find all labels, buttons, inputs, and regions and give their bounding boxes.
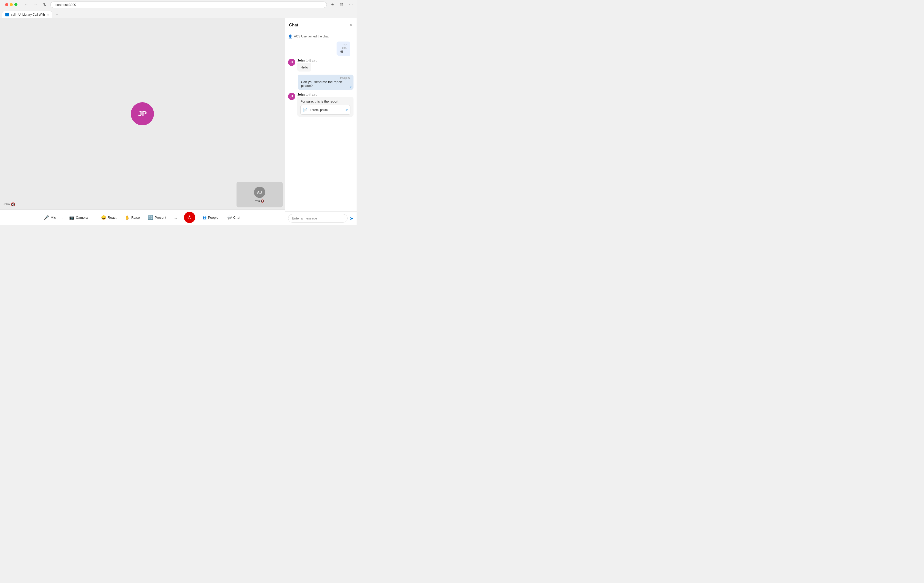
message-2-bubble: Hello: [297, 63, 311, 71]
raise-button[interactable]: ✋ Raise: [121, 213, 144, 222]
chat-input-area: ➤: [285, 211, 356, 225]
system-icon: 👤: [288, 35, 292, 38]
message-4-time: 1:44 p.m.: [306, 93, 317, 96]
address-bar[interactable]: localhost:3000: [50, 2, 327, 8]
participant-initials: JP: [138, 110, 147, 118]
react-button[interactable]: 😄 React: [97, 213, 120, 222]
tab-close-button[interactable]: ×: [47, 13, 49, 16]
message-4-attachment[interactable]: 📄 Lorem ipsum... ➚: [300, 105, 350, 115]
message-2-sender: John: [297, 59, 305, 62]
minimize-button[interactable]: [10, 3, 13, 6]
call-area: JP John 🔇 AU You 🔇 🎤: [0, 18, 285, 225]
chat-messages: 👤 ACS User joined the chat. 1:42 p.m. Hi…: [285, 31, 356, 211]
message-1-bubble: 1:42 p.m. Hi: [337, 41, 350, 56]
react-icon: 😄: [101, 215, 106, 220]
system-message-text: ACS User joined the chat.: [294, 35, 329, 38]
chat-label: Chat: [233, 216, 240, 219]
participant-name-text: John: [3, 203, 10, 206]
message-2-sender-row: John 1:43 p.m.: [297, 59, 353, 62]
raise-label: Raise: [131, 216, 140, 219]
end-call-icon: ✆: [188, 214, 191, 220]
chat-toolbar-icon: 💬: [228, 216, 232, 219]
browser-chrome: ← → ↻ localhost:3000 ★ ☷ ⋯ call - UI Lib…: [0, 0, 356, 18]
chat-button[interactable]: 💬 Chat: [223, 214, 244, 222]
camera-btn-group: 📷 Camera ⌄: [66, 213, 96, 222]
extensions-button[interactable]: ☷: [338, 1, 345, 8]
traffic-lights: [5, 3, 17, 6]
message-1-time: 1:42 p.m.: [340, 44, 347, 49]
message-2-avatar: JP: [288, 59, 295, 66]
camera-icon: 📷: [69, 215, 74, 220]
message-2-content: John 1:43 p.m. Hello: [297, 59, 353, 71]
system-message: 👤 ACS User joined the chat.: [288, 35, 353, 38]
raise-icon: ✋: [125, 215, 130, 220]
present-button[interactable]: 🔢 Present: [144, 213, 170, 222]
call-main: JP John 🔇 AU You 🔇: [0, 18, 285, 209]
back-button[interactable]: ←: [23, 1, 30, 8]
present-label: Present: [155, 216, 166, 219]
camera-button[interactable]: 📷 Camera: [66, 213, 91, 222]
refresh-button[interactable]: ↻: [41, 1, 48, 8]
camera-label: Camera: [76, 216, 88, 219]
tab-favicon: [5, 13, 9, 16]
message-3-text: Can you send me the report please?: [301, 80, 350, 88]
participant-name-label: John 🔇: [3, 202, 15, 206]
chat-input[interactable]: [288, 214, 348, 222]
message-4-avatar: JP: [288, 93, 295, 100]
chat-close-button[interactable]: ×: [349, 22, 353, 28]
tab-title: call - UI Library Call With: [11, 13, 45, 16]
message-1: 1:42 p.m. Hi: [337, 41, 353, 56]
file-icon: 📄: [303, 107, 308, 112]
mic-btn-group: 🎤 Mic ⌄: [40, 213, 64, 222]
maximize-button[interactable]: [14, 3, 17, 6]
close-button[interactable]: [5, 3, 8, 6]
message-4-sender: John: [297, 93, 305, 96]
mic-button[interactable]: 🎤 Mic: [40, 213, 59, 222]
new-tab-button[interactable]: +: [53, 11, 61, 18]
message-3-check-icon: ✔: [350, 85, 352, 89]
end-call-button[interactable]: ✆: [184, 212, 195, 223]
more-button[interactable]: ...: [171, 214, 181, 222]
you-tile: AU You 🔇: [236, 182, 283, 208]
menu-button[interactable]: ⋯: [347, 1, 355, 8]
present-icon: 🔢: [148, 215, 153, 220]
forward-button[interactable]: →: [32, 1, 39, 8]
message-3: 1:43 p.m. Can you send me the report ple…: [298, 75, 353, 90]
browser-tabs: call - UI Library Call With × +: [0, 9, 356, 18]
mic-dropdown-button[interactable]: ⌄: [59, 214, 64, 221]
message-4-bubble: For sure, this is the report 📄 Lorem ips…: [297, 97, 353, 117]
message-3-time: 1:43 p.m.: [301, 77, 350, 79]
you-avatar: AU: [254, 187, 265, 198]
message-1-text: Hi: [340, 50, 347, 54]
people-label: People: [208, 216, 218, 219]
react-label: React: [108, 216, 117, 219]
you-text: You: [255, 199, 260, 203]
you-label: You 🔇: [255, 199, 264, 203]
mic-icon: 🎤: [44, 215, 49, 220]
people-icon: 👥: [202, 216, 206, 219]
message-4-content: John 1:44 p.m. For sure, this is the rep…: [297, 93, 353, 117]
browser-controls: [2, 3, 20, 6]
app-container: JP John 🔇 AU You 🔇 🎤: [0, 18, 356, 225]
mic-label: Mic: [51, 216, 56, 219]
star-button[interactable]: ★: [329, 1, 336, 8]
people-button[interactable]: 👥 People: [198, 214, 223, 222]
message-4: JP John 1:44 p.m. For sure, this is the …: [288, 93, 353, 117]
more-label: ...: [175, 216, 177, 219]
open-attachment-icon[interactable]: ➚: [345, 108, 348, 112]
chat-send-button[interactable]: ➤: [350, 216, 353, 221]
message-4-sender-row: John 1:44 p.m.: [297, 93, 353, 96]
url-text: localhost:3000: [54, 3, 76, 7]
attachment-name: Lorem ipsum...: [310, 108, 343, 112]
message-2-time: 1:43 p.m.: [306, 59, 317, 62]
chat-panel: Chat × 👤 ACS User joined the chat. 1:42 …: [285, 18, 356, 225]
toolbar: 🎤 Mic ⌄ 📷 Camera ⌄ 😄 React ✋ Raise: [0, 209, 285, 225]
message-4-text: For sure, this is the report: [300, 99, 338, 103]
message-2-text: Hello: [300, 65, 308, 69]
you-mute-icon: 🔇: [261, 199, 264, 203]
chat-title: Chat: [289, 23, 298, 28]
mute-icon: 🔇: [11, 202, 15, 206]
camera-dropdown-button[interactable]: ⌄: [91, 214, 96, 221]
active-tab[interactable]: call - UI Library Call With ×: [2, 11, 52, 18]
you-initials: AU: [257, 190, 262, 194]
